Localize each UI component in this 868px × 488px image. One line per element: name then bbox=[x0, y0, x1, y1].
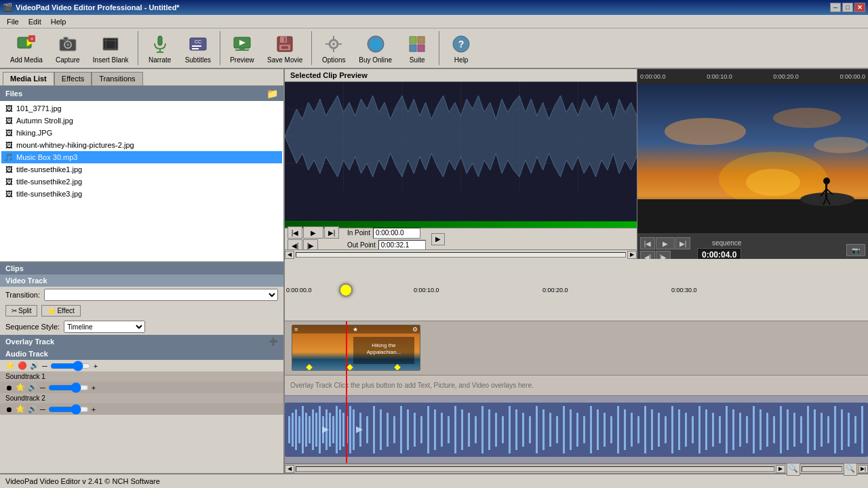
clip-menu-icon[interactable]: ≡ bbox=[294, 326, 298, 333]
go-end-button[interactable]: ▶| bbox=[324, 226, 339, 239]
file-item[interactable]: 🖼 hiking.JPG bbox=[1, 127, 282, 139]
svg-rect-151 bbox=[746, 416, 748, 443]
split-button[interactable]: ✂ Split bbox=[5, 305, 37, 317]
play-button[interactable]: ▶ bbox=[303, 226, 323, 239]
svg-rect-107 bbox=[448, 416, 450, 443]
tab-effects[interactable]: Effects bbox=[54, 72, 92, 85]
menu-edit[interactable]: Edit bbox=[24, 16, 45, 27]
preview-button[interactable]: Preview bbox=[224, 30, 260, 66]
maximize-button[interactable]: □ bbox=[842, 3, 853, 12]
svg-rect-141 bbox=[678, 409, 680, 450]
svg-rect-153 bbox=[760, 409, 762, 450]
sequence-style-select[interactable]: Timeline bbox=[64, 321, 145, 333]
svg-rect-133 bbox=[624, 409, 626, 450]
svg-rect-165 bbox=[841, 409, 843, 450]
mark-button[interactable]: ▶ bbox=[431, 233, 445, 245]
add-media-button[interactable]: + Add Media bbox=[5, 30, 47, 66]
vol-m: ─ bbox=[40, 384, 45, 392]
video-track-row[interactable]: ≡ ★ ⚙ bbox=[285, 321, 868, 375]
seq-ruler-mark-2: 0:00:20.0 bbox=[773, 73, 840, 80]
in-point-input[interactable] bbox=[373, 228, 420, 239]
help-button[interactable]: ? Help bbox=[443, 30, 479, 66]
clips-header: Clips bbox=[0, 262, 283, 274]
close-button[interactable]: ✕ bbox=[854, 3, 865, 12]
zoom-out-button[interactable]: 🔍 bbox=[844, 462, 857, 476]
file-item[interactable]: 🖼 mount-whitney-hiking-pictures-2.jpg bbox=[1, 139, 282, 151]
overlay-plus-icon[interactable]: ➕ bbox=[269, 337, 278, 346]
video-clip[interactable]: ≡ ★ ⚙ bbox=[292, 325, 420, 371]
go-start-button[interactable]: |◀ bbox=[288, 226, 302, 239]
svg-rect-152 bbox=[753, 406, 755, 453]
seq-play-button[interactable]: ▶ bbox=[656, 237, 675, 249]
file-name: title-sunsethike3.jpg bbox=[16, 190, 82, 198]
in-point-field: In Point bbox=[347, 228, 426, 239]
file-name: Music Box 30.mp3 bbox=[16, 153, 77, 161]
snapshot-button[interactable]: 📷 bbox=[846, 244, 865, 256]
seq-go-end-button[interactable]: ▶| bbox=[675, 237, 690, 249]
svg-rect-162 bbox=[821, 413, 823, 447]
soundtrack-2-volume[interactable] bbox=[48, 406, 89, 413]
save-movie-button[interactable]: Save Movie bbox=[262, 30, 307, 66]
scroll-right-button[interactable]: ▶ bbox=[627, 251, 637, 259]
file-item-selected[interactable]: 🎵 Music Box 30.mp3 bbox=[1, 151, 282, 163]
toolbar-separator-1 bbox=[138, 31, 138, 65]
timeline-scroll-track[interactable] bbox=[296, 466, 774, 472]
options-button[interactable]: Options bbox=[316, 30, 351, 66]
file-item[interactable]: 🖼 title-sunsethike3.jpg bbox=[1, 188, 282, 200]
toolbar-separator-4 bbox=[439, 31, 439, 65]
menu-file[interactable]: File bbox=[3, 16, 23, 27]
svg-text:Hiking the: Hiking the bbox=[372, 342, 396, 348]
files-header: Files 📁 bbox=[0, 86, 283, 101]
audio-volume-slider[interactable] bbox=[50, 363, 91, 369]
menu-help[interactable]: Help bbox=[47, 16, 71, 27]
svg-rect-155 bbox=[773, 416, 775, 443]
file-item[interactable]: 🖼 Autumn Stroll.jpg bbox=[1, 115, 282, 127]
timeline-end-button[interactable]: ▶| bbox=[859, 465, 868, 473]
svg-rect-128 bbox=[590, 406, 592, 453]
insert-blank-button[interactable]: Insert Blank bbox=[88, 30, 134, 66]
file-item[interactable]: 🖼 title-sunsethike1.jpg bbox=[1, 163, 282, 176]
file-item[interactable]: 🖼 101_3771.jpg bbox=[1, 102, 282, 115]
suite-button[interactable]: Suite bbox=[399, 30, 435, 66]
subtitles-button[interactable]: CC Subtitles bbox=[180, 30, 216, 66]
zoom-track[interactable] bbox=[802, 466, 842, 472]
soundtrack-1-volume[interactable] bbox=[48, 384, 89, 391]
capture-button[interactable]: Capture bbox=[50, 30, 85, 66]
file-name: title-sunsethike1.jpg bbox=[16, 165, 82, 174]
svg-rect-99 bbox=[393, 416, 395, 443]
svg-rect-83 bbox=[319, 406, 321, 453]
svg-rect-127 bbox=[583, 416, 585, 443]
subtitles-icon: CC bbox=[187, 33, 209, 55]
svg-rect-117 bbox=[515, 409, 517, 450]
out-point-label: Out Point bbox=[347, 241, 376, 249]
scroll-left-button[interactable]: ◀ bbox=[285, 251, 294, 259]
narrate-button[interactable]: Narrate bbox=[142, 30, 178, 66]
timeline-scroll-right[interactable]: ▶ bbox=[776, 465, 785, 473]
seq-go-start-button[interactable]: |◀ bbox=[640, 237, 655, 249]
buy-online-button[interactable]: 🌐 Buy Online bbox=[354, 30, 397, 66]
audio-vol-minus: ─ bbox=[42, 362, 47, 370]
scroll-track[interactable] bbox=[296, 252, 626, 258]
files-icon: 📁 bbox=[267, 88, 278, 99]
svg-rect-144 bbox=[698, 406, 701, 453]
svg-rect-17 bbox=[192, 45, 201, 47]
overlay-playhead bbox=[346, 375, 347, 395]
clip-settings-icon[interactable]: ⚙ bbox=[412, 326, 418, 333]
zoom-fit-button[interactable]: 🔍 bbox=[787, 462, 800, 476]
minimize-button[interactable]: ─ bbox=[830, 3, 841, 12]
effect-button[interactable]: ⭐ Effect bbox=[41, 305, 80, 317]
file-item[interactable]: 🖼 title-sunsethike2.jpg bbox=[1, 176, 282, 188]
svg-rect-163 bbox=[827, 416, 829, 443]
transition-select[interactable] bbox=[44, 289, 278, 301]
playhead-indicator bbox=[339, 283, 353, 297]
tab-media-list[interactable]: Media List bbox=[3, 72, 54, 85]
svg-rect-130 bbox=[604, 413, 606, 447]
svg-rect-167 bbox=[854, 416, 856, 443]
main-area: Media List Effects Transitions Files 📁 🖼… bbox=[0, 69, 868, 473]
timeline-scroll-left[interactable]: ◀ bbox=[285, 465, 294, 473]
preview-svg bbox=[637, 84, 868, 233]
insert-blank-icon bbox=[100, 33, 121, 55]
overlay-track-label: Overlay Track ➕ bbox=[0, 335, 283, 348]
clip-scrollbar: ◀ ▶ bbox=[285, 249, 637, 259]
tab-transitions[interactable]: Transitions bbox=[92, 72, 142, 85]
